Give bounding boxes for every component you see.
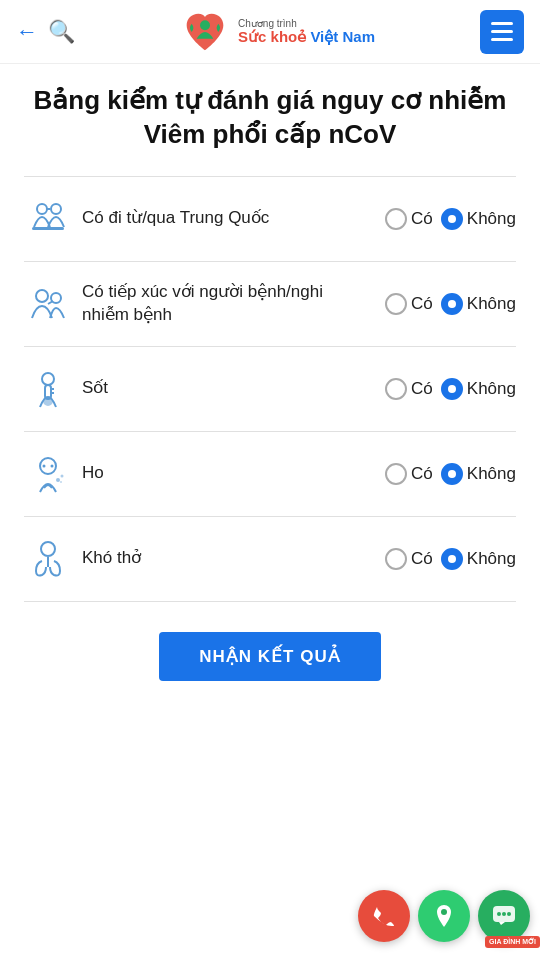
phone-icon <box>371 903 397 929</box>
header-left: ← 🔍 <box>16 19 75 45</box>
app-header: ← 🔍 Chương trình Sức khoẻ Việt Nam <box>0 0 540 64</box>
q5-khong-option[interactable]: Không <box>441 548 516 570</box>
svg-point-15 <box>56 478 60 482</box>
submit-area: NHẬN KẾT QUẢ <box>24 632 516 681</box>
svg-point-2 <box>51 204 61 214</box>
q2-khong-option[interactable]: Không <box>441 293 516 315</box>
question-text-5: Khó thở <box>82 547 356 570</box>
q4-khong-option[interactable]: Không <box>441 463 516 485</box>
question-row-1: Có đi từ/qua Trung Quốc Có Không <box>24 176 516 262</box>
q2-co-label: Có <box>411 294 433 314</box>
logo-viet-nam: Việt Nam <box>310 28 375 45</box>
map-fab[interactable] <box>418 890 470 942</box>
q5-co-radio[interactable] <box>385 548 407 570</box>
question-options-5: Có Không <box>366 548 516 570</box>
q3-co-radio[interactable] <box>385 378 407 400</box>
q4-khong-radio[interactable] <box>441 463 463 485</box>
question-options-3: Có Không <box>366 378 516 400</box>
app-logo: Chương trình Sức khoẻ Việt Nam <box>180 7 375 57</box>
svg-point-14 <box>51 464 54 467</box>
q5-co-option[interactable]: Có <box>385 548 433 570</box>
cough-icon <box>24 450 72 498</box>
question-text-3: Sốt <box>82 377 356 400</box>
q4-co-label: Có <box>411 464 433 484</box>
svg-point-22 <box>497 912 501 916</box>
question-text-2: Có tiếp xúc với người bệnh/nghi nhiễm bệ… <box>82 281 356 327</box>
chat-fab[interactable]: GIA ĐÌNH MỚI <box>478 890 530 942</box>
q1-co-label: Có <box>411 209 433 229</box>
floating-buttons: GIA ĐÌNH MỚI <box>358 890 530 942</box>
q2-khong-label: Không <box>467 294 516 314</box>
menu-button[interactable] <box>480 10 524 54</box>
logo-icon <box>180 7 230 57</box>
q1-co-radio[interactable] <box>385 208 407 230</box>
svg-point-18 <box>41 542 55 556</box>
back-button[interactable]: ← <box>16 19 38 45</box>
q3-khong-radio[interactable] <box>441 378 463 400</box>
main-content: Bảng kiểm tự đánh giá nguy cơ nhiễm Viêm… <box>0 64 540 721</box>
q3-co-option[interactable]: Có <box>385 378 433 400</box>
logo-brand: Sức khoẻ Việt Nam <box>238 29 375 46</box>
svg-point-23 <box>502 912 506 916</box>
question-options-4: Có Không <box>366 463 516 485</box>
q1-khong-option[interactable]: Không <box>441 208 516 230</box>
svg-point-4 <box>36 290 48 302</box>
question-options-2: Có Không <box>366 293 516 315</box>
logo-text: Chương trình Sức khoẻ Việt Nam <box>238 18 375 46</box>
submit-button[interactable]: NHẬN KẾT QUẢ <box>159 632 380 681</box>
hamburger-icon <box>491 22 513 41</box>
page-title: Bảng kiểm tự đánh giá nguy cơ nhiễm Viêm… <box>24 84 516 152</box>
search-button[interactable]: 🔍 <box>48 19 75 45</box>
contact-icon <box>24 280 72 328</box>
chat-icon <box>491 903 517 929</box>
q3-khong-label: Không <box>467 379 516 399</box>
svg-point-12 <box>40 458 56 474</box>
q1-khong-label: Không <box>467 209 516 229</box>
svg-point-1 <box>37 204 47 214</box>
q5-khong-radio[interactable] <box>441 548 463 570</box>
breathe-icon <box>24 535 72 583</box>
map-icon <box>431 903 457 929</box>
question-row-5: Khó thở Có Không <box>24 517 516 602</box>
q3-khong-option[interactable]: Không <box>441 378 516 400</box>
svg-point-20 <box>441 909 447 915</box>
svg-line-6 <box>48 301 53 304</box>
svg-point-13 <box>43 464 46 467</box>
q3-co-label: Có <box>411 379 433 399</box>
question-text-4: Ho <box>82 462 356 485</box>
svg-point-16 <box>61 474 64 477</box>
question-row-2: Có tiếp xúc với người bệnh/nghi nhiễm bệ… <box>24 262 516 347</box>
question-text-1: Có đi từ/qua Trung Quốc <box>82 207 356 230</box>
q4-khong-label: Không <box>467 464 516 484</box>
q4-co-radio[interactable] <box>385 463 407 485</box>
fever-icon <box>24 365 72 413</box>
travel-icon <box>24 195 72 243</box>
svg-point-7 <box>42 373 54 385</box>
q5-co-label: Có <box>411 549 433 569</box>
q1-khong-radio[interactable] <box>441 208 463 230</box>
q5-khong-label: Không <box>467 549 516 569</box>
svg-rect-3 <box>32 227 64 230</box>
q4-co-option[interactable]: Có <box>385 463 433 485</box>
logo-suc-khoe: Sức khoẻ <box>238 28 306 45</box>
question-options-1: Có Không <box>366 208 516 230</box>
q2-co-radio[interactable] <box>385 293 407 315</box>
phone-fab[interactable] <box>358 890 410 942</box>
q2-khong-radio[interactable] <box>441 293 463 315</box>
brand-badge: GIA ĐÌNH MỚI <box>485 936 540 948</box>
question-row-4: Ho Có Không <box>24 432 516 517</box>
q1-co-option[interactable]: Có <box>385 208 433 230</box>
q2-co-option[interactable]: Có <box>385 293 433 315</box>
question-row-3: Sốt Có Không <box>24 347 516 432</box>
svg-point-0 <box>200 20 210 30</box>
svg-point-24 <box>507 912 511 916</box>
svg-point-17 <box>60 481 62 483</box>
